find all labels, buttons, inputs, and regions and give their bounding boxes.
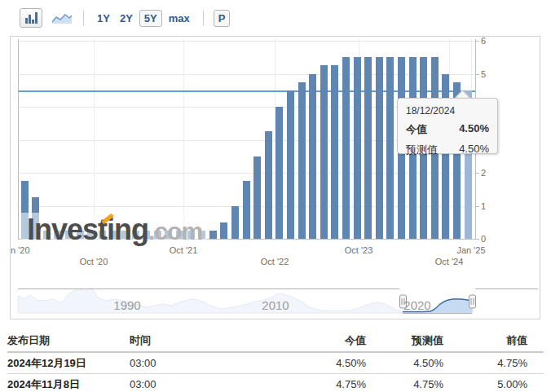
cell-actual: 4.75%	[227, 374, 382, 392]
column-bar[interactable]	[287, 90, 294, 239]
investing-watermark: Investing.com	[21, 213, 208, 247]
column-bar[interactable]	[386, 57, 394, 239]
column-bar[interactable]	[209, 231, 217, 239]
y-axis-label: 6	[481, 36, 486, 46]
x-axis-label: Oct '20	[80, 257, 108, 266]
chart-toolbar: 1Y 2Y 5Y max P	[20, 7, 231, 29]
tooltip-date: 18/12/2024	[406, 105, 489, 117]
column-bar[interactable]	[253, 156, 261, 239]
watermark-text: Investing	[27, 215, 148, 244]
x-axis-label: Oct '22	[261, 257, 289, 266]
column-bar[interactable]	[376, 57, 383, 239]
toolbar-separator	[203, 11, 204, 25]
y-axis-label: 1	[481, 201, 486, 211]
column-bar[interactable]	[364, 57, 372, 239]
column-bar[interactable]	[342, 57, 350, 239]
range-max[interactable]: max	[169, 12, 190, 24]
tooltip-forecast-value: 4.50%	[459, 143, 489, 157]
range-1y[interactable]: 1Y	[97, 12, 110, 24]
column-bar[interactable]	[220, 222, 227, 239]
cell-release-date: 2024年11月8日	[7, 374, 130, 392]
cell-previous: 5.00%	[460, 374, 544, 392]
gridline-h	[18, 173, 475, 174]
watermark-suffix: .com	[148, 219, 202, 244]
x-axis-label: Jan '25	[456, 245, 485, 255]
column-bar[interactable]	[231, 206, 239, 240]
column-bar[interactable]	[354, 57, 361, 239]
gridline-v	[94, 39, 95, 239]
column-bar[interactable]	[309, 74, 316, 240]
toolbar-separator	[83, 11, 84, 25]
tooltip-actual-label: 今值	[406, 122, 427, 137]
y-axis-line-left	[18, 39, 19, 240]
cell-time: 03:00	[130, 374, 227, 392]
navigator-label-2020: 2020	[403, 298, 430, 312]
column-bar[interactable]	[320, 65, 328, 239]
column-bar[interactable]	[298, 82, 306, 239]
cell-forecast: 4.50%	[382, 352, 460, 374]
column-chart-button[interactable]	[20, 8, 42, 28]
table-header-row: 发布日期 时间 今值 预测值 前值	[7, 330, 544, 352]
cell-time: 03:00	[130, 352, 227, 374]
investing-rate-widget: 1Y 2Y 5Y max P 0123456n '20Oct '20Oct '2…	[0, 0, 551, 392]
cell-release-date: 2024年12月19日	[7, 352, 130, 374]
navigator-mask	[17, 285, 403, 314]
y-axis-label: 5	[481, 69, 486, 79]
header-actual: 今值	[227, 330, 382, 352]
current-value-line	[19, 90, 475, 92]
header-forecast: 预测值	[382, 330, 460, 352]
history-table: 发布日期 时间 今值 预测值 前值 2024年12月19日 03:00 4.50…	[7, 330, 544, 392]
column-bar[interactable]	[265, 131, 272, 239]
area-chart-icon	[51, 11, 73, 25]
table-row[interactable]: 2024年12月19日 03:00 4.50% 4.50% 4.75%	[7, 352, 544, 374]
gridline-h	[18, 41, 475, 42]
x-axis-label: Oct '23	[345, 245, 373, 255]
area-chart-button[interactable]	[49, 9, 75, 27]
navigator-handle-right[interactable]	[469, 295, 476, 308]
column-chart-icon	[25, 12, 37, 24]
gridline-v	[183, 39, 184, 239]
header-time: 时间	[130, 330, 227, 352]
p-button[interactable]: P	[214, 10, 231, 27]
y-axis-label: 2	[481, 168, 486, 178]
header-previous: 前值	[460, 330, 544, 352]
column-bar[interactable]	[243, 181, 250, 239]
chart-tooltip: 18/12/2024 今值 4.50% 预测值 4.50%	[397, 98, 498, 154]
gridline-h	[18, 74, 475, 75]
range-5y-selected[interactable]: 5Y	[139, 10, 162, 27]
tooltip-actual-value: 4.50%	[459, 122, 489, 137]
navigator-label-2010: 2010	[262, 298, 289, 312]
cell-previous: 4.75%	[460, 352, 544, 374]
table-row[interactable]: 2024年11月8日 03:00 4.75% 4.75% 5.00%	[7, 374, 544, 392]
y-axis-label: 0	[481, 234, 486, 244]
cell-actual: 4.50%	[227, 352, 382, 374]
column-bar[interactable]	[331, 65, 338, 239]
navigator-label-1990: 1990	[113, 298, 140, 312]
column-bar[interactable]	[276, 107, 283, 239]
range-2y[interactable]: 2Y	[120, 12, 133, 24]
cell-forecast: 4.75%	[382, 374, 460, 392]
x-axis-label: Oct '24	[435, 257, 464, 266]
header-release-date: 发布日期	[7, 330, 130, 352]
tooltip-forecast-label: 预测值	[406, 143, 438, 157]
